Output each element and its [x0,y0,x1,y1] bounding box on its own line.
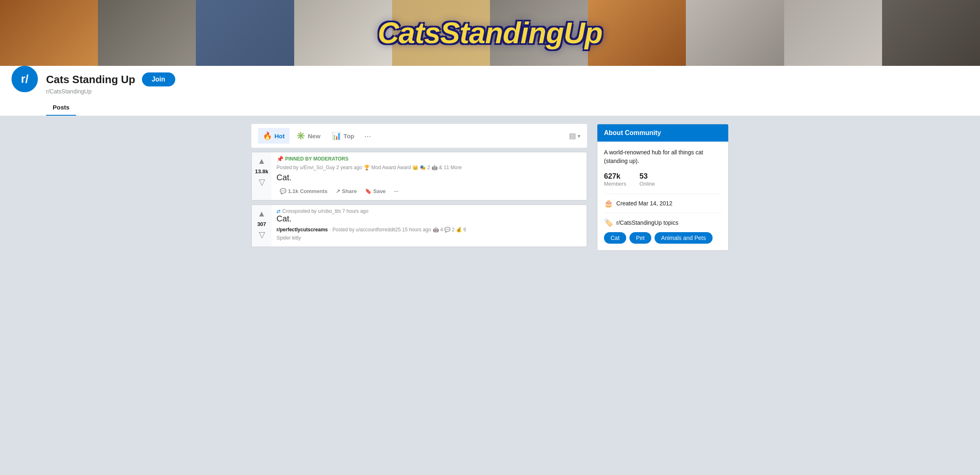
awards-1: 🏆 Mod Award Award 👑 🎭 2 🤖 & 11 More [364,165,462,170]
sort-top-label: Top [344,133,354,140]
comments-button-1[interactable]: 💬 1.1k Comments [276,186,331,197]
tag-animals-and-pets[interactable]: Animals and Pets [655,232,713,244]
stats-row: 627k Members 53 Online [604,172,722,187]
post-card-1: ▲ 13.8k ▽ 📌 PINNED BY MODERATORS Posted … [251,152,587,200]
downvote-button-2[interactable]: ▽ [258,229,266,240]
vote-count-1: 13.8k [255,168,269,175]
sidebar: About Community A world-renowned hub for… [597,124,729,251]
post-title-1[interactable]: Cat. [276,173,582,182]
subreddit-info: Cats Standing Up Join r/CatsStandingUp P… [46,72,970,116]
about-description: A world-renowned hub for all things cat … [604,148,722,165]
post-meta-1b: Posted by u/Envi_Sci_Guy 2 years ago 🏆 M… [276,165,582,170]
hot-icon: 🔥 [263,131,272,140]
view-toggle[interactable]: ▤ ▾ [569,131,581,140]
sort-new-button[interactable]: ✳️ New [291,128,325,144]
share-button-1[interactable]: ↗ Share [332,186,360,197]
save-button-1[interactable]: 🔖 Save [362,186,389,197]
post-title-2[interactable]: Cat. [276,214,582,224]
tab-posts[interactable]: Posts [46,100,76,116]
subreddit-icon: r/ [10,64,39,94]
sort-hot-label: Hot [274,133,285,140]
comment-count-1: 1.1k Comments [288,188,327,194]
tag-icon: 🏷️ [604,218,613,227]
more-options-button[interactable]: ··· [361,129,374,143]
post-content-2: ⇄ Crossposted by u/robo_tits 7 hours ago… [272,205,587,247]
banner-photo-9 [784,0,882,66]
posts-section: 🔥 Hot ✳️ New 📊 Top ··· ▤ ▾ ▲ 13.8k ▽ [251,124,587,251]
banner-photo-8 [686,0,784,66]
divider-2 [604,213,722,213]
crosspost-text: Crossposted by u/robo_tits 7 hours ago [282,208,368,214]
subreddit-name-row: Cats Standing Up Join [46,72,970,86]
more-button-1[interactable]: ··· [391,186,402,197]
online-stat: 53 Online [639,172,655,187]
banner-photo-10 [882,0,980,66]
divider-1 [604,193,722,194]
main-layout: 🔥 Hot ✳️ New 📊 Top ··· ▤ ▾ ▲ 13.8k ▽ [243,124,737,251]
post-content-1: 📌 PINNED BY MODERATORS Posted by u/Envi_… [272,152,587,200]
post-meta-1: 📌 PINNED BY MODERATORS [276,156,582,162]
subreddit-name: Cats Standing Up [46,73,135,86]
sort-new-label: New [308,133,320,140]
sub-title: Spider kitty [276,235,301,241]
subreddit-header: r/ Cats Standing Up Join r/CatsStandingU… [0,66,980,116]
members-stat: 627k Members [604,172,626,187]
banner-photo-1 [0,0,98,66]
top-icon: 📊 [332,131,341,140]
cake-icon: 🎂 [604,199,613,208]
post-subtitle: Spider kitty [276,235,582,241]
about-header: About Community [597,124,728,142]
about-body: A world-renowned hub for all things cat … [597,142,728,250]
upvote-button-1[interactable]: ▲ [257,156,267,167]
banner-photo-2 [98,0,196,66]
members-label: Members [604,181,626,187]
pinned-label: PINNED BY MODERATORS [285,156,348,162]
sub-meta: Posted by u/accountforreddit25 15 hours … [332,227,431,233]
post-meta-2: r/perfectlycutscreams · Posted by u/acco… [276,227,582,233]
subreddit-tabs: Posts [46,100,970,116]
topics-text: r/CatsStandingUp topics [616,219,678,226]
save-label-1: Save [373,188,385,194]
downvote-button-1[interactable]: ▽ [258,176,266,188]
subreddit-slug: r/CatsStandingUp [46,88,970,95]
created-text: Created Mar 14, 2012 [616,200,672,207]
online-count: 53 [639,172,655,181]
crosspost-arrow-icon: ⇄ [276,208,281,214]
banner-photo-3 [196,0,294,66]
sort-hot-button[interactable]: 🔥 Hot [258,128,290,144]
upvote-button-2[interactable]: ▲ [257,208,267,219]
crosspost-meta: ⇄ Crossposted by u/robo_tits 7 hours ago [276,208,582,214]
subreddit-ref[interactable]: r/perfectlycutscreams [276,227,328,233]
tag-pet[interactable]: Pet [629,232,651,244]
banner-photo-7 [588,0,686,66]
vote-column-2: ▲ 307 ▽ [252,205,272,247]
sort-bar: 🔥 Hot ✳️ New 📊 Top ··· ▤ ▾ [251,124,587,148]
sort-top-button[interactable]: 📊 Top [327,128,359,144]
join-button[interactable]: Join [142,72,175,86]
post-author-1: Posted by u/Envi_Sci_Guy 2 years ago [276,165,362,170]
comment-icon-1: 💬 [280,188,286,194]
view-toggle-icon: ▤ [569,131,576,140]
tags-row: Cat Pet Animals and Pets [604,232,722,244]
dot-separator: · [330,227,331,233]
online-label: Online [639,181,655,187]
share-icon-1: ↗ [336,188,340,194]
vote-count-2: 307 [257,221,266,227]
banner-title: CatsStandingUp [378,16,602,50]
post-card-2: ▲ 307 ▽ ⇄ Crossposted by u/robo_tits 7 h… [251,205,587,247]
banner: CatsStandingUp [0,0,980,66]
created-row: 🎂 Created Mar 14, 2012 [604,199,722,208]
post-actions-1: 💬 1.1k Comments ↗ Share 🔖 Save ··· [276,186,582,197]
new-icon: ✳️ [296,131,305,140]
save-icon-1: 🔖 [365,188,372,194]
share-label-1: Share [342,188,357,194]
members-count: 627k [604,172,626,181]
topics-row: 🏷️ r/CatsStandingUp topics [604,218,722,227]
view-toggle-chevron: ▾ [578,133,581,139]
tag-cat[interactable]: Cat [604,232,626,244]
sub-awards: 🤖 4 💬 2 💰 6 [433,227,467,233]
about-community-card: About Community A world-renowned hub for… [597,124,729,251]
pin-icon: 📌 [276,156,283,162]
vote-column-1: ▲ 13.8k ▽ [252,152,272,200]
